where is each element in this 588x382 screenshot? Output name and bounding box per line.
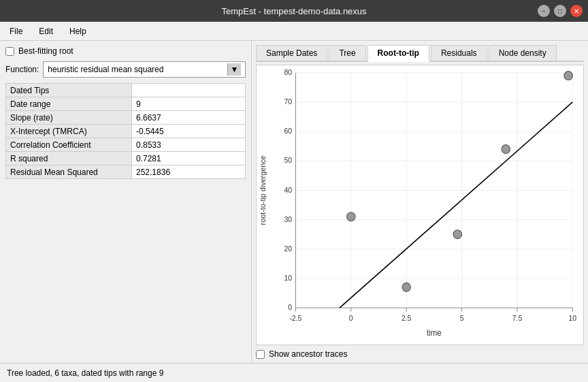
- data-point-2: [402, 283, 411, 291]
- stats-label-1: Date range: [6, 97, 132, 111]
- status-bar: Tree loaded, 6 taxa, dated tips with ran…: [0, 363, 588, 382]
- close-button[interactable]: ✕: [570, 5, 583, 17]
- stats-row-4: Correlation Coefficient0.8533: [6, 138, 246, 152]
- svg-text:50: 50: [284, 156, 293, 164]
- svg-text:60: 60: [284, 127, 293, 135]
- function-label: Function:: [5, 65, 39, 74]
- app-title: TempEst - tempest-demo-data.nexus: [221, 6, 366, 16]
- status-text: Tree loaded, 6 taxa, dated tips with ran…: [7, 368, 163, 378]
- svg-text:30: 30: [284, 215, 293, 223]
- stats-value-1: 9: [132, 97, 246, 111]
- svg-text:0: 0: [349, 314, 353, 322]
- data-point-1: [347, 212, 356, 221]
- data-point-4: [502, 145, 510, 154]
- tab-sample-dates[interactable]: Sample Dates: [256, 45, 327, 61]
- show-ancestor-traces-label: Show ancestor traces: [269, 349, 347, 359]
- menu-item-help[interactable]: Help: [65, 25, 91, 37]
- svg-text:80: 80: [284, 68, 293, 76]
- chart-svg: 0 10 20 30 40 50 60 70 80 root-to-tip di…: [257, 65, 583, 345]
- stats-label-6: Residual Mean Squared: [6, 165, 132, 179]
- ancestor-traces-row: Show ancestor traces: [256, 349, 584, 359]
- stats-value-6: 252.1836: [132, 165, 246, 179]
- stats-row-0: Dated Tips: [6, 84, 246, 97]
- stats-value-3: -0.5445: [132, 125, 246, 138]
- stats-row-5: R squared0.7281: [6, 152, 246, 165]
- stats-row-3: X-Intercept (TMRCA)-0.5445: [6, 125, 246, 138]
- best-fitting-label: Best-fitting root: [18, 46, 74, 56]
- stats-label-2: Slope (rate): [6, 111, 132, 125]
- svg-text:70: 70: [284, 97, 293, 106]
- best-fitting-row: Best-fitting root: [5, 46, 246, 56]
- left-panel: Best-fitting root Function: heuristic re…: [0, 41, 252, 363]
- dropdown-arrow-icon: ▼: [227, 63, 241, 76]
- chart-area: 0 10 20 30 40 50 60 70 80 root-to-tip di…: [256, 65, 584, 345]
- tab-root-to-tip[interactable]: Root-to-tip: [368, 45, 429, 62]
- right-panel: Sample DatesTreeRoot-to-tipResidualsNode…: [252, 41, 588, 363]
- stats-row-1: Date range9: [6, 97, 246, 111]
- tab-residuals[interactable]: Residuals: [431, 45, 487, 61]
- stats-value-0: [132, 84, 246, 97]
- stats-value-4: 0.8533: [132, 138, 246, 152]
- svg-text:7.5: 7.5: [512, 314, 523, 322]
- stats-label-0: Dated Tips: [6, 84, 132, 97]
- svg-text:20: 20: [284, 244, 293, 253]
- svg-text:10: 10: [284, 274, 293, 282]
- main-content: Best-fitting root Function: heuristic re…: [0, 41, 588, 363]
- maximize-button[interactable]: □: [554, 5, 566, 17]
- show-ancestor-traces-checkbox[interactable]: [256, 350, 265, 359]
- svg-text:10: 10: [569, 314, 577, 322]
- svg-line-38: [340, 102, 572, 308]
- svg-text:root-to-tip divergence: root-to-tip divergence: [259, 155, 267, 225]
- svg-text:0: 0: [288, 303, 292, 311]
- stats-row-6: Residual Mean Squared252.1836: [6, 165, 246, 179]
- title-bar: TempEst - tempest-demo-data.nexus − □ ✕: [0, 0, 588, 22]
- stats-label-5: R squared: [6, 152, 132, 165]
- best-fitting-checkbox[interactable]: [5, 47, 14, 56]
- svg-text:time: time: [427, 328, 442, 337]
- stats-label-4: Correlation Coefficient: [6, 138, 132, 152]
- svg-text:5: 5: [460, 314, 464, 322]
- svg-text:2.5: 2.5: [402, 314, 412, 322]
- function-row: Function: heuristic residual mean square…: [5, 61, 246, 78]
- menu-item-file[interactable]: File: [5, 25, 27, 37]
- stats-row-2: Slope (rate)6.6637: [6, 111, 246, 125]
- svg-text:-2.5: -2.5: [289, 314, 301, 322]
- stats-label-3: X-Intercept (TMRCA): [6, 125, 132, 138]
- stats-value-2: 6.6637: [132, 111, 246, 125]
- tab-tree[interactable]: Tree: [329, 45, 365, 61]
- stats-table: Dated TipsDate range9Slope (rate)6.6637X…: [5, 83, 246, 179]
- data-point-3: [453, 230, 462, 239]
- menu-bar: FileEditHelp: [0, 22, 588, 41]
- function-dropdown[interactable]: heuristic residual mean squared ▼: [43, 61, 246, 78]
- stats-table-wrapper: Dated TipsDate range9Slope (rate)6.6637X…: [5, 83, 246, 357]
- menu-item-edit[interactable]: Edit: [35, 25, 57, 37]
- stats-value-5: 0.7281: [132, 152, 246, 165]
- tab-node-density[interactable]: Node density: [489, 45, 557, 61]
- tabs-row: Sample DatesTreeRoot-to-tipResidualsNode…: [256, 45, 584, 62]
- data-point-5: [564, 71, 573, 80]
- function-value: heuristic residual mean squared: [48, 65, 163, 74]
- svg-text:40: 40: [284, 185, 293, 193]
- minimize-button[interactable]: −: [538, 5, 550, 17]
